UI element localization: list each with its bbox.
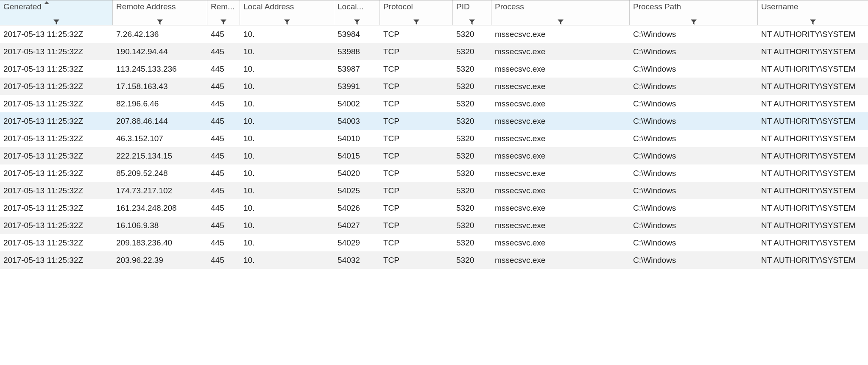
cell-generated: 2017-05-13 11:25:32Z [0, 169, 113, 178]
cell-generated: 2017-05-13 11:25:32Z [0, 82, 113, 91]
cell-process: mssecsvc.exe [491, 151, 630, 161]
cell-local_addr: 10. [240, 99, 334, 109]
filter-icon[interactable] [810, 17, 816, 22]
cell-generated: 2017-05-13 11:25:32Z [0, 64, 113, 74]
cell-local_addr: 10. [240, 117, 334, 126]
filter-icon[interactable] [157, 17, 163, 22]
table-row[interactable]: 2017-05-13 11:25:32Z161.234.248.20844510… [0, 199, 868, 217]
cell-generated: 2017-05-13 11:25:32Z [0, 99, 113, 109]
cell-generated: 2017-05-13 11:25:32Z [0, 30, 113, 39]
cell-local_addr: 10. [240, 256, 334, 265]
cell-remote_addr: 207.88.46.144 [113, 117, 207, 126]
column-header-generated[interactable]: Generated [0, 0, 113, 25]
column-header-pid[interactable]: PID [453, 0, 491, 25]
column-header-label: Username [761, 2, 865, 11]
cell-pid: 5320 [453, 82, 491, 91]
cell-protocol: TCP [380, 169, 453, 178]
table-row[interactable]: 2017-05-13 11:25:32Z7.26.42.13644510.539… [0, 25, 868, 43]
cell-remote_port: 445 [207, 64, 240, 74]
cell-local_port: 53987 [334, 64, 380, 74]
column-header-label: Process Path [633, 2, 754, 11]
table-row[interactable]: 2017-05-13 11:25:32Z16.106.9.3844510.540… [0, 217, 868, 234]
column-header-label: Generated [3, 2, 109, 11]
cell-generated: 2017-05-13 11:25:32Z [0, 151, 113, 161]
cell-remote_port: 445 [207, 169, 240, 178]
cell-pid: 5320 [453, 186, 491, 195]
cell-protocol: TCP [380, 221, 453, 230]
column-header-remote_port[interactable]: Rem... [207, 0, 240, 25]
filter-icon[interactable] [220, 17, 226, 22]
table-row[interactable]: 2017-05-13 11:25:32Z85.209.52.24844510.5… [0, 164, 868, 182]
column-header-process[interactable]: Process [491, 0, 630, 25]
cell-remote_port: 445 [207, 134, 240, 143]
cell-local_addr: 10. [240, 203, 334, 213]
cell-generated: 2017-05-13 11:25:32Z [0, 117, 113, 126]
column-header-label: Remote Address [116, 2, 204, 11]
column-header-label: Rem... [211, 2, 236, 11]
filter-icon[interactable] [53, 17, 59, 22]
cell-local_addr: 10. [240, 82, 334, 91]
cell-remote_port: 445 [207, 203, 240, 213]
table-row[interactable]: 2017-05-13 11:25:32Z207.88.46.14444510.5… [0, 112, 868, 130]
table-row[interactable]: 2017-05-13 11:25:32Z174.73.217.10244510.… [0, 182, 868, 199]
cell-protocol: TCP [380, 203, 453, 213]
cell-local_port: 54025 [334, 186, 380, 195]
filter-icon[interactable] [354, 17, 360, 22]
cell-remote_port: 445 [207, 238, 240, 248]
cell-process: mssecsvc.exe [491, 256, 630, 265]
filter-icon[interactable] [558, 17, 564, 22]
cell-generated: 2017-05-13 11:25:32Z [0, 186, 113, 195]
table-row[interactable]: 2017-05-13 11:25:32Z46.3.152.10744510.54… [0, 130, 868, 147]
cell-protocol: TCP [380, 99, 453, 109]
table-row[interactable]: 2017-05-13 11:25:32Z222.215.134.1544510.… [0, 147, 868, 164]
cell-local_port: 54027 [334, 221, 380, 230]
cell-local_addr: 10. [240, 221, 334, 230]
cell-local_port: 54010 [334, 134, 380, 143]
cell-pid: 5320 [453, 117, 491, 126]
cell-remote_addr: 190.142.94.44 [113, 47, 207, 56]
cell-protocol: TCP [380, 238, 453, 248]
column-header-process_path[interactable]: Process Path [630, 0, 758, 25]
cell-local_addr: 10. [240, 169, 334, 178]
table-row[interactable]: 2017-05-13 11:25:32Z190.142.94.4444510.5… [0, 43, 868, 60]
cell-pid: 5320 [453, 30, 491, 39]
table-row[interactable]: 2017-05-13 11:25:32Z82.196.6.4644510.540… [0, 95, 868, 112]
cell-username: NT AUTHORITY\SYSTEM [758, 99, 868, 109]
column-header-label: Local Address [243, 2, 330, 11]
cell-local_port: 54015 [334, 151, 380, 161]
cell-process: mssecsvc.exe [491, 99, 630, 109]
filter-icon[interactable] [413, 17, 419, 22]
cell-generated: 2017-05-13 11:25:32Z [0, 134, 113, 143]
cell-remote_addr: 209.183.236.40 [113, 238, 207, 248]
filter-icon[interactable] [691, 17, 697, 22]
cell-process_path: C:\Windows [630, 64, 758, 74]
cell-process_path: C:\Windows [630, 238, 758, 248]
cell-username: NT AUTHORITY\SYSTEM [758, 64, 868, 74]
cell-process_path: C:\Windows [630, 169, 758, 178]
cell-pid: 5320 [453, 99, 491, 109]
column-header-protocol[interactable]: Protocol [380, 0, 453, 25]
cell-process_path: C:\Windows [630, 30, 758, 39]
cell-remote_port: 445 [207, 99, 240, 109]
cell-remote_addr: 85.209.52.248 [113, 169, 207, 178]
cell-remote_addr: 113.245.133.236 [113, 64, 207, 74]
cell-pid: 5320 [453, 134, 491, 143]
table-row[interactable]: 2017-05-13 11:25:32Z17.158.163.4344510.5… [0, 78, 868, 95]
column-header-local_addr[interactable]: Local Address [240, 0, 334, 25]
table-row[interactable]: 2017-05-13 11:25:32Z209.183.236.4044510.… [0, 234, 868, 251]
cell-process: mssecsvc.exe [491, 221, 630, 230]
cell-remote_addr: 222.215.134.15 [113, 151, 207, 161]
column-header-remote_addr[interactable]: Remote Address [113, 0, 207, 25]
cell-local_port: 53991 [334, 82, 380, 91]
column-header-username[interactable]: Username [758, 0, 868, 25]
filter-icon[interactable] [284, 17, 290, 22]
cell-process_path: C:\Windows [630, 117, 758, 126]
cell-local_port: 54026 [334, 203, 380, 213]
table-row[interactable]: 2017-05-13 11:25:32Z113.245.133.23644510… [0, 60, 868, 78]
table-body: 2017-05-13 11:25:32Z7.26.42.13644510.539… [0, 25, 868, 269]
cell-remote_port: 445 [207, 256, 240, 265]
column-header-local_port[interactable]: Local... [334, 0, 380, 25]
table-row[interactable]: 2017-05-13 11:25:32Z203.96.22.3944510.54… [0, 251, 868, 269]
cell-username: NT AUTHORITY\SYSTEM [758, 151, 868, 161]
filter-icon[interactable] [469, 17, 475, 22]
